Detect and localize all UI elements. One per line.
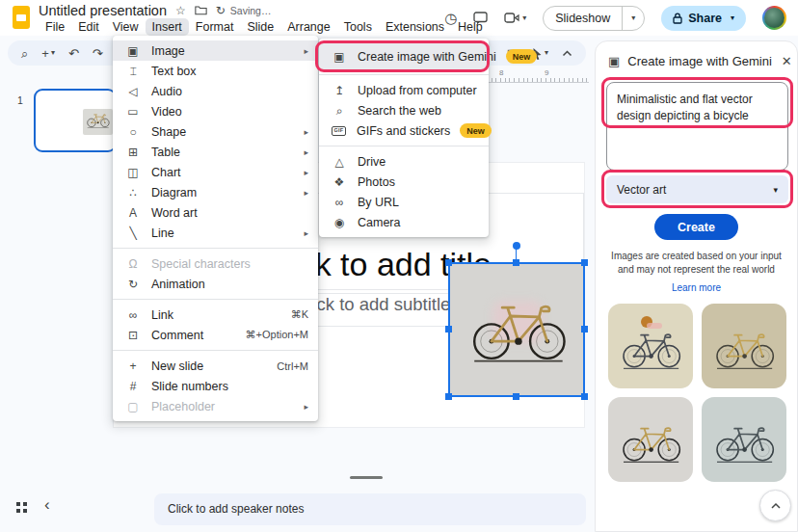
menu-item-label: Photos — [358, 175, 479, 189]
menubar-item-insert[interactable]: Insert — [146, 18, 189, 36]
menu-item-text-box[interactable]: ⌶Text box — [113, 61, 318, 81]
star-icon[interactable]: ☆ — [175, 5, 186, 16]
selection-handle[interactable] — [445, 393, 452, 400]
menu-divider — [319, 74, 489, 75]
menubar-item-format[interactable]: Format — [189, 18, 241, 36]
grid-view-icon[interactable] — [15, 500, 28, 518]
comment-icon: ⊡ — [125, 330, 141, 341]
menu-item-chart[interactable]: ◫Chart▸ — [113, 162, 318, 182]
menu-item-image[interactable]: ▣Image▸ — [113, 40, 318, 61]
menu-item-label: Table — [151, 146, 296, 159]
menubar-item-file[interactable]: File — [39, 18, 71, 36]
menu-item-comment[interactable]: ⊡Comment⌘+Option+M — [113, 325, 318, 345]
collapse-filmstrip-icon[interactable]: ‹ — [44, 495, 50, 515]
bicycle-illustration — [617, 412, 684, 472]
menu-divider — [319, 146, 489, 146]
menu-item-label: Create image with Gemini — [358, 50, 496, 64]
selection-handle[interactable] — [513, 259, 519, 266]
close-icon[interactable]: ✕ — [780, 52, 794, 70]
link-icon: ∞ — [125, 309, 141, 321]
menu-item-animation[interactable]: ↻Animation — [113, 274, 318, 294]
menu-item-label: Animation — [151, 278, 308, 291]
menu-item-new-slide[interactable]: +New slideCtrl+M — [113, 356, 318, 376]
menu-item-label: Comment — [151, 329, 234, 342]
zoom-tool-icon[interactable]: ⌕ — [21, 47, 28, 60]
style-dropdown[interactable]: Vector art ▾ — [606, 175, 788, 203]
selected-slide-image[interactable] — [448, 262, 585, 397]
lock-icon — [673, 13, 682, 24]
menu-item-label: Shape — [151, 125, 296, 139]
share-button[interactable]: Share ▾ — [661, 6, 746, 31]
chevron-up-icon — [770, 502, 782, 510]
generated-image-result-3[interactable] — [608, 397, 693, 482]
new-slide-button[interactable]: +▾ — [41, 47, 55, 60]
ruler-label: 8 — [499, 68, 503, 77]
prompt-input[interactable]: Minimalistic and flat vector design depi… — [606, 82, 788, 171]
slideshow-dropdown[interactable]: ▾ — [622, 7, 644, 30]
expand-panel-button[interactable] — [759, 490, 791, 521]
new-slide-icon: + — [125, 360, 141, 372]
generated-image-result-4[interactable] — [702, 397, 786, 482]
menu-item-camera[interactable]: ◉Camera — [319, 212, 489, 232]
submenu-arrow-icon: ▸ — [304, 228, 308, 238]
slides-logo[interactable] — [13, 6, 30, 29]
selection-handle[interactable] — [581, 393, 588, 400]
menu-item-by-url[interactable]: ∞By URL — [319, 192, 489, 212]
selection-handle[interactable] — [445, 326, 452, 332]
menu-item-drive[interactable]: △Drive — [319, 151, 489, 172]
menu-item-slide-numbers[interactable]: #Slide numbers — [113, 376, 318, 396]
move-folder-icon[interactable] — [195, 5, 207, 15]
create-button[interactable]: Create — [654, 214, 738, 240]
menu-item-gifs-and-stickers[interactable]: GIFGIFs and stickersNew — [319, 120, 489, 141]
special-characters-icon: Ω — [125, 258, 141, 270]
chevron-down-icon[interactable]: ▾ — [731, 13, 734, 22]
menu-item-audio[interactable]: ◁Audio — [113, 81, 318, 101]
menu-item-label: GIFs and stickers — [357, 124, 450, 138]
selection-handle[interactable] — [581, 326, 588, 332]
generated-image-result-1[interactable] — [608, 304, 693, 388]
menu-item-word-art[interactable]: AWord art — [113, 202, 318, 223]
bicycle-illustration — [464, 279, 572, 380]
slide-thumbnail[interactable] — [34, 89, 117, 152]
menu-item-table[interactable]: ⊞Table▸ — [113, 142, 318, 162]
new-badge: New — [460, 123, 492, 138]
selection-handle[interactable] — [445, 259, 452, 266]
menu-item-upload-from-computer[interactable]: ↥Upload from computer — [319, 80, 489, 100]
canvas-scroll-indicator[interactable] — [350, 476, 383, 479]
menu-item-line[interactable]: ╲Line▸ — [113, 223, 318, 243]
selection-handle[interactable] — [513, 393, 519, 400]
menu-item-diagram[interactable]: ∴Diagram▸ — [113, 182, 318, 202]
saving-status: Saving… — [230, 5, 272, 16]
menu-item-link[interactable]: ∞Link⌘K — [113, 305, 318, 325]
speaker-notes-input[interactable]: Click to add speaker notes — [154, 493, 586, 525]
menu-item-photos[interactable]: ❖Photos — [319, 172, 489, 192]
learn-more-link[interactable]: Learn more — [596, 282, 797, 293]
line-icon: ╲ — [125, 227, 141, 239]
menu-shortcut: Ctrl+M — [277, 360, 308, 372]
menu-item-shape[interactable]: ○Shape▸ — [113, 121, 318, 142]
menu-item-search-the-web[interactable]: ⌕Search the web — [319, 100, 489, 120]
meet-camera-icon[interactable]: ▾ — [504, 13, 526, 23]
selection-handle[interactable] — [581, 259, 588, 266]
redo-icon[interactable]: ↷ — [93, 47, 103, 60]
version-history-icon[interactable]: ◷ — [444, 11, 457, 25]
hide-menus-icon[interactable] — [562, 50, 572, 57]
menubar-item-extensions[interactable]: Extensions — [379, 18, 451, 36]
sync-icon: ↻ — [216, 5, 226, 16]
menu-item-video[interactable]: ▭Video — [113, 101, 318, 121]
user-avatar[interactable] — [762, 6, 786, 30]
undo-icon[interactable]: ↶ — [68, 47, 79, 60]
new-badge: New — [506, 49, 538, 64]
document-title[interactable]: Untitled presentation — [39, 3, 167, 18]
generated-image-result-2[interactable] — [702, 304, 786, 388]
rotation-handle[interactable] — [513, 242, 520, 250]
menubar-item-slide[interactable]: Slide — [240, 18, 280, 36]
menubar-item-view[interactable]: View — [106, 18, 146, 36]
menubar-item-tools[interactable]: Tools — [337, 18, 379, 36]
slideshow-button[interactable]: Slideshow ▾ — [543, 6, 645, 31]
menubar-item-edit[interactable]: Edit — [71, 18, 106, 36]
menu-item-label: Chart — [151, 166, 296, 179]
comments-icon[interactable] — [473, 12, 488, 25]
menu-item-create-image-with-gemini[interactable]: ▣Create image with GeminiNew — [319, 43, 489, 69]
menubar-item-arrange[interactable]: Arrange — [280, 18, 336, 36]
